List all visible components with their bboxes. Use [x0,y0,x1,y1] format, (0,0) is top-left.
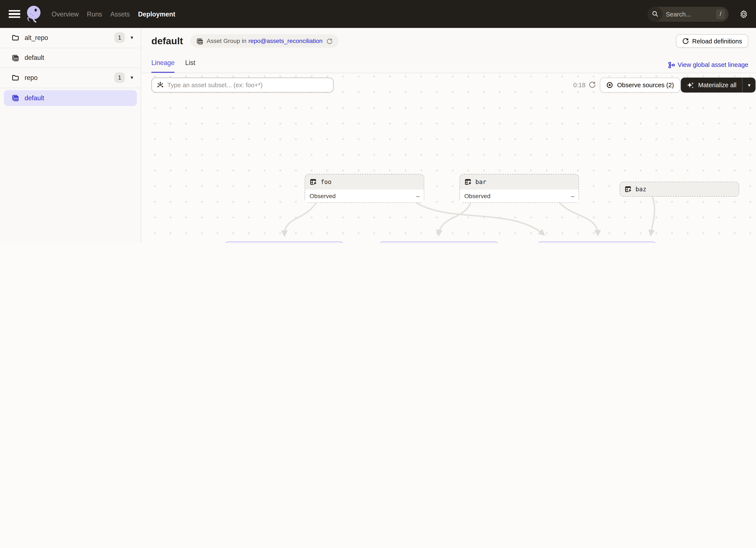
lineage-graph-icon [668,62,675,68]
asset-name: foo [321,178,332,185]
asset-group-tag: Asset Group in repo@assets_reconciliatio… [190,34,338,48]
asset-node-foo[interactable]: foo Observed– [305,174,424,203]
tag-prefix: Asset Group in [207,38,246,44]
folder-icon [12,34,19,41]
asset-selection-icon [157,81,164,89]
dagster-logo-icon[interactable] [24,4,43,24]
asset-node-baz[interactable]: baz [620,182,739,197]
materialize-all-button[interactable]: Materialize all [681,78,742,93]
nav-item-deployment[interactable]: Deployment [138,10,175,18]
sidebar-item-label: repo [25,74,114,81]
source-asset-icon [310,178,317,185]
nav-item-assets[interactable]: Assets [110,10,130,18]
top-nav: Overview Runs Assets Deployment Search..… [0,0,756,28]
gear-icon[interactable] [739,9,748,19]
sidebar-item-alt-repo[interactable]: alt_repo 1 ▼ [0,28,141,48]
subset-placeholder: Type an asset subset... (ex: foo+*) [167,81,263,89]
search-placeholder: Search... [666,10,716,18]
sidebar-item-label: default [25,54,134,61]
chevron-down-icon[interactable]: ▼ [130,35,134,40]
source-asset-icon [624,186,632,193]
asset-group-icon [196,37,203,45]
asset-name: bar [475,178,486,185]
asset-node-alpha[interactable]: alpha Latest Run– Never materialized [224,242,344,243]
refresh-timer: 0:18 [573,81,585,89]
observe-sources-button[interactable]: Observe sources (2) [600,78,680,93]
materialize-options-caret[interactable]: ▼ [743,78,756,93]
source-asset-icon [464,178,472,185]
reload-definitions-button[interactable]: Reload definitions [676,34,748,48]
lineage-canvas[interactable] [141,73,756,243]
asset-node-beta[interactable]: beta Latest Run– Never materialized [379,242,499,243]
observe-icon [606,81,613,89]
sidebar-item-default-alt[interactable]: default [0,48,141,68]
nav-links: Overview Runs Assets Deployment [52,10,175,18]
count-badge: 1 [114,33,125,43]
sidebar-item-label: alt_repo [25,34,114,41]
search-shortcut-badge: / [716,9,725,19]
view-tabs: Lineage List [151,59,195,73]
page-title: default [151,36,183,47]
folder-icon [12,74,19,82]
count-badge: 1 [114,72,125,83]
view-global-asset-lineage-link[interactable]: View global asset lineage [668,61,748,68]
asset-name: baz [635,186,646,193]
tab-list[interactable]: List [185,59,195,73]
sidebar: alt_repo 1 ▼ default repo 1 ▼ [0,28,141,243]
nav-item-runs[interactable]: Runs [87,10,102,18]
search-icon [648,6,663,21]
asset-group-icon [12,54,19,62]
asset-subset-input[interactable]: Type an asset subset... (ex: foo+*) [151,78,334,93]
asset-node-delta[interactable]: delta Latest Run– Never materialized [537,242,657,243]
search-input[interactable]: Search... / [648,6,729,21]
main-header: default Asset Group in repo@assets_recon… [141,28,756,73]
hamburger-menu-icon[interactable] [9,10,20,18]
asset-node-bar[interactable]: bar Observed– [459,174,579,203]
sidebar-item-default-selected[interactable]: default [0,88,141,108]
refresh-icon[interactable] [589,81,596,88]
chevron-down-icon[interactable]: ▼ [130,75,134,80]
sidebar-item-label: default [25,94,129,102]
sidebar-item-repo[interactable]: repo 1 ▼ [0,68,141,88]
tab-lineage[interactable]: Lineage [151,59,174,73]
sparkle-icon [687,81,694,89]
materialize-all-split-button: Materialize all ▼ [681,78,756,93]
dagster-app: Overview Runs Assets Deployment Search..… [0,0,756,243]
refresh-icon [682,38,689,44]
nav-item-overview[interactable]: Overview [52,10,79,18]
refresh-icon[interactable] [326,38,333,44]
repo-link[interactable]: repo@assets_reconciliation [248,38,323,44]
asset-group-icon [12,94,19,102]
